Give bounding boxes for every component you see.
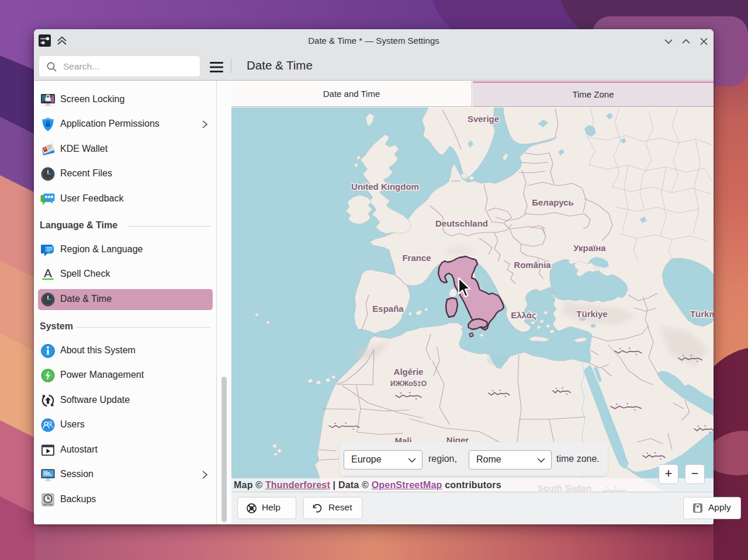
svg-text:A: A (44, 267, 52, 280)
svg-text:Ελλάς: Ελλάς (511, 310, 536, 320)
svg-text:Türkme: Türkme (690, 309, 714, 319)
svg-text:Algérie: Algérie (394, 367, 424, 377)
svg-text:United Kingdom: United Kingdom (351, 182, 419, 192)
svg-text:Türkiye: Türkiye (576, 309, 607, 319)
svg-text:Deutschland: Deutschland (435, 218, 488, 228)
svg-text:Sverige: Sverige (468, 114, 499, 124)
svg-text:France: France (402, 253, 431, 263)
svg-text:Беларусь: Беларусь (532, 197, 574, 207)
svg-text:ИЖЖо5‡О: ИЖЖо5‡О (390, 380, 427, 388)
svg-text:Україна: Україна (573, 243, 606, 253)
svg-text:România: România (514, 260, 551, 270)
svg-text:España: España (372, 304, 404, 314)
